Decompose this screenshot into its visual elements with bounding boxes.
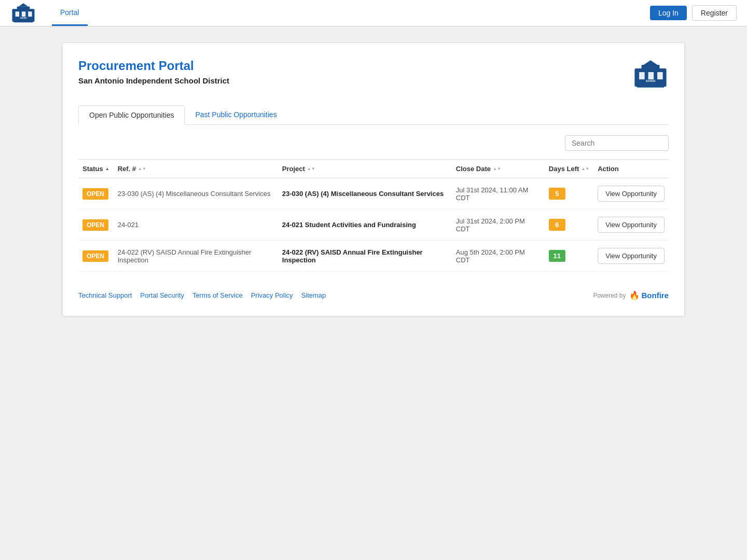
ref-text: 24-022 (RV) SAISD Annual Fire Extinguish… — [118, 248, 252, 264]
col-action: Action — [593, 160, 669, 178]
col-status: Status ▲ — [78, 160, 114, 178]
col-days-left: Days Left ▲▼ — [545, 160, 593, 178]
svg-text:SAISD: SAISD — [20, 17, 26, 19]
portal-header: Procurement Portal San Antonio Independe… — [78, 59, 669, 90]
footer-links: Technical SupportPortal SecurityTerms of… — [78, 291, 593, 299]
svg-rect-2 — [22, 11, 25, 17]
action-cell: View Opportunity — [593, 178, 669, 209]
table-row: OPEN 24-022 (RV) SAISD Annual Fire Extin… — [78, 241, 669, 272]
footer-link[interactable]: Sitemap — [301, 291, 326, 299]
view-opportunity-button[interactable]: View Opportunity — [598, 217, 665, 233]
col-ref: Ref. # ▲▼ — [114, 160, 278, 178]
svg-rect-14 — [637, 85, 665, 88]
ref-cell: 24-021 — [114, 209, 278, 241]
col-close-date: Close Date ▲▼ — [452, 160, 545, 178]
status-badge: OPEN — [82, 219, 108, 231]
table-row: OPEN 23-030 (AS) (4) Miscellaneous Consu… — [78, 178, 669, 209]
project-cell: 24-021 Student Activities and Fundraisin… — [278, 209, 452, 241]
close-date-cell: Aug 5th 2024, 2:00 PM CDT — [452, 241, 545, 272]
tab-past-opportunities[interactable]: Past Public Opportunities — [185, 105, 287, 125]
tabs: Open Public Opportunities Past Public Op… — [78, 105, 669, 125]
days-badge: 6 — [549, 219, 565, 231]
project-cell: 24-022 (RV) SAISD Annual Fire Extinguish… — [278, 241, 452, 272]
footer-link[interactable]: Portal Security — [140, 291, 184, 299]
bonfire-icon: 🔥 — [629, 290, 640, 300]
powered-by: Powered by 🔥 Bonfire — [593, 290, 669, 300]
status-cell: OPEN — [78, 241, 114, 272]
project-name: 23-030 (AS) (4) Miscellaneous Consultant… — [282, 190, 444, 198]
search-input[interactable] — [565, 135, 669, 151]
footer-link[interactable]: Privacy Policy — [251, 291, 293, 299]
powered-by-text: Powered by — [593, 292, 626, 299]
view-opportunity-button[interactable]: View Opportunity — [598, 248, 665, 264]
ref-text: 23-030 (AS) (4) Miscellaneous Consultant… — [118, 190, 271, 198]
close-date-text: Aug 5th 2024, 2:00 PM CDT — [456, 248, 525, 264]
nav-logo: SAISD — [10, 3, 36, 23]
portal-card: Procurement Portal San Antonio Independe… — [62, 43, 685, 316]
nav-actions: Log In Register — [650, 5, 737, 21]
close-date-cell: Jul 31st 2024, 2:00 PM CDT — [452, 209, 545, 241]
project-name: 24-021 Student Activities and Fundraisin… — [282, 221, 416, 229]
ref-text: 24-021 — [118, 221, 139, 229]
svg-rect-1 — [16, 11, 19, 17]
days-left-cell: 6 — [545, 209, 593, 241]
portal-title: Procurement Portal — [78, 59, 229, 73]
status-cell: OPEN — [78, 209, 114, 241]
svg-text:SAISD: SAISD — [646, 79, 656, 82]
ref-cell: 23-030 (AS) (4) Miscellaneous Consultant… — [114, 178, 278, 209]
action-cell: View Opportunity — [593, 241, 669, 272]
svg-rect-12 — [642, 65, 660, 71]
footer-link[interactable]: Terms of Service — [192, 291, 243, 299]
register-button[interactable]: Register — [692, 5, 737, 21]
footer-link[interactable]: Technical Support — [78, 291, 132, 299]
days-sort-icon[interactable]: ▲▼ — [581, 166, 589, 171]
main-content: Procurement Portal San Antonio Independe… — [0, 27, 747, 332]
portal-logo: SAISD — [632, 59, 669, 90]
table-header-row: Status ▲ Ref. # ▲▼ — [78, 160, 669, 178]
portal-header-text: Procurement Portal San Antonio Independe… — [78, 59, 229, 85]
bonfire-logo: 🔥 Bonfire — [629, 290, 669, 300]
svg-rect-11 — [657, 72, 663, 79]
status-badge: OPEN — [82, 250, 108, 262]
days-left-cell: 5 — [545, 178, 593, 209]
col-project: Project ▲▼ — [278, 160, 452, 178]
view-opportunity-button[interactable]: View Opportunity — [598, 186, 665, 202]
close-date-text: Jul 31st 2024, 11:00 AM CDT — [456, 186, 528, 202]
days-badge: 5 — [549, 188, 565, 200]
top-navigation: SAISD Portal Log In Register — [0, 0, 747, 27]
svg-rect-9 — [639, 72, 645, 79]
status-cell: OPEN — [78, 178, 114, 209]
bonfire-label: Bonfire — [642, 291, 669, 300]
project-cell: 23-030 (AS) (4) Miscellaneous Consultant… — [278, 178, 452, 209]
svg-rect-6 — [14, 20, 33, 22]
ref-sort-icon[interactable]: ▲▼ — [138, 166, 146, 171]
svg-marker-5 — [19, 3, 28, 6]
svg-rect-10 — [648, 72, 654, 79]
nav-links: Portal — [52, 0, 88, 26]
svg-marker-13 — [644, 60, 657, 65]
status-sort-icon[interactable]: ▲ — [105, 166, 109, 171]
table-row: OPEN 24-021 24-021 Student Activities an… — [78, 209, 669, 241]
portal-subtitle: San Antonio Independent School District — [78, 76, 229, 85]
login-button[interactable]: Log In — [650, 6, 687, 20]
nav-portal-link[interactable]: Portal — [52, 0, 88, 26]
svg-rect-4 — [17, 6, 30, 10]
close-date-text: Jul 31st 2024, 2:00 PM CDT — [456, 217, 525, 233]
days-badge: 11 — [549, 250, 565, 262]
opportunities-table: Status ▲ Ref. # ▲▼ — [78, 159, 669, 272]
close-date-cell: Jul 31st 2024, 11:00 AM CDT — [452, 178, 545, 209]
ref-cell: 24-022 (RV) SAISD Annual Fire Extinguish… — [114, 241, 278, 272]
project-name: 24-022 (RV) SAISD Annual Fire Extinguish… — [282, 248, 423, 264]
project-sort-icon[interactable]: ▲▼ — [307, 166, 315, 171]
table-toolbar — [78, 135, 669, 151]
close-date-sort-icon[interactable]: ▲▼ — [493, 166, 501, 171]
days-left-cell: 11 — [545, 241, 593, 272]
portal-footer: Technical SupportPortal SecurityTerms of… — [78, 284, 669, 300]
svg-rect-3 — [28, 11, 32, 17]
status-badge: OPEN — [82, 188, 108, 200]
action-cell: View Opportunity — [593, 209, 669, 241]
tab-open-opportunities[interactable]: Open Public Opportunities — [78, 105, 185, 125]
